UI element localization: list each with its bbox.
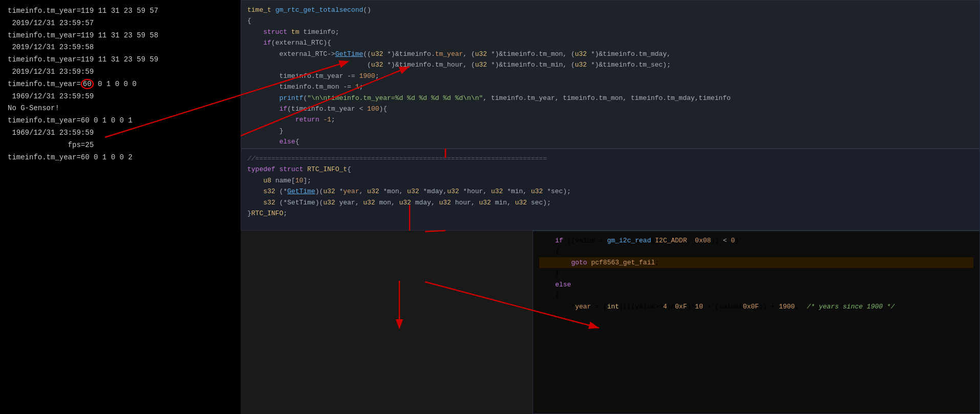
terminal-line-24: timeinfo.tm_year=60 0 1 0 0 2 [8, 152, 233, 164]
code-line-7: timeinfo.tm_mon -= 1; [247, 81, 973, 92]
code-mid-6: }RTC_INFO; [247, 208, 973, 219]
code-line-11: return -1; [247, 114, 973, 125]
code-panel-top: time_t gm_rtc_get_totalsecond() { struct… [241, 0, 980, 149]
code-mid-4: s32 (*GetTime)(u32 *year, u32 *mon, u32 … [247, 186, 973, 197]
code-line-13: else{ [247, 136, 973, 147]
terminal-line-9: timeinfo.tm_year=119 11 31 23 59 59 [8, 54, 233, 66]
code-mid-2: typedef struct RTC_INFO_t{ [247, 164, 973, 175]
code-mid-3: u8 name[10]; [247, 175, 973, 186]
code-panel-bottom: if ((value = gm_i2c_read(I2C_ADDR, 0x08)… [532, 231, 980, 414]
terminal-line-5: timeinfo.tm_year=119 11 31 23 59 58 [8, 30, 233, 42]
terminal-panel: timeinfo.tm_year=119 11 31 23 59 57 2019… [0, 0, 241, 414]
code-line-6: timeinfo.tm_year -= 1900; [247, 71, 973, 81]
code-bottom-1: if ((value = gm_i2c_read(I2C_ADDR, 0x08)… [539, 235, 973, 246]
code-line-2: struct tm timeinfo; [247, 27, 973, 37]
terminal-line-16: No G-Sensor! [8, 102, 233, 115]
code-bottom-7: *year = (int)(((value>>4)&0xF)*10 + (val… [539, 301, 973, 312]
terminal-line-1: timeinfo.tm_year=119 11 31 23 59 57 [8, 5, 233, 17]
code-bottom-5: else [539, 279, 973, 290]
code-line-8: printf("\n\ntimeinfo.tm_year=%d %d %d %d… [247, 93, 973, 104]
code-line-4: external_RTC->GetTime((u32 *)&timeinfo.t… [247, 49, 973, 59]
code-bottom-2: { [539, 246, 973, 257]
code-line-fn-sig: time_t gm_rtc_get_totalsecond() [247, 5, 973, 15]
code-mid-1: //======================================… [247, 153, 973, 164]
terminal-line-22: fps=25 [8, 139, 233, 152]
terminal-line-15: 1969/12/31 23:59:59 [8, 91, 233, 103]
code-line-12: } [247, 126, 973, 136]
code-bottom-3: goto pcf8563_get_fail; [539, 257, 973, 268]
terminal-line-7: 2019/12/31 23:59:58 [8, 42, 233, 54]
code-line-1: { [247, 15, 973, 26]
terminal-line-3: 2019/12/31 23:59:57 [8, 17, 233, 30]
code-mid-5: s32 (*SetTime)(u32 year, u32 mon, u32 md… [247, 197, 973, 208]
terminal-line-20: 1969/12/31 23:59:59 [8, 127, 233, 139]
code-bottom-6: { [539, 290, 973, 301]
code-line-3: if(external_RTC){ [247, 37, 973, 48]
code-bottom-8: } [539, 312, 973, 323]
terminal-line-13: timeinfo.tm_year=60 0 1 0 0 0 [8, 78, 233, 91]
code-line-5: (u32 *)&timeinfo.tm_hour, (u32 *)&timein… [247, 59, 973, 70]
terminal-line-11: 2019/12/31 23:59:59 [8, 66, 233, 78]
terminal-line-18: timeinfo.tm_year=60 0 1 0 0 1 [8, 115, 233, 127]
code-line-10: if(timeinfo.tm_year < 100){ [247, 104, 973, 114]
code-panel-container: time_t gm_rtc_get_totalsecond() { struct… [241, 0, 980, 414]
code-panel-mid: //======================================… [241, 149, 980, 231]
code-bottom-4: } [539, 268, 973, 279]
